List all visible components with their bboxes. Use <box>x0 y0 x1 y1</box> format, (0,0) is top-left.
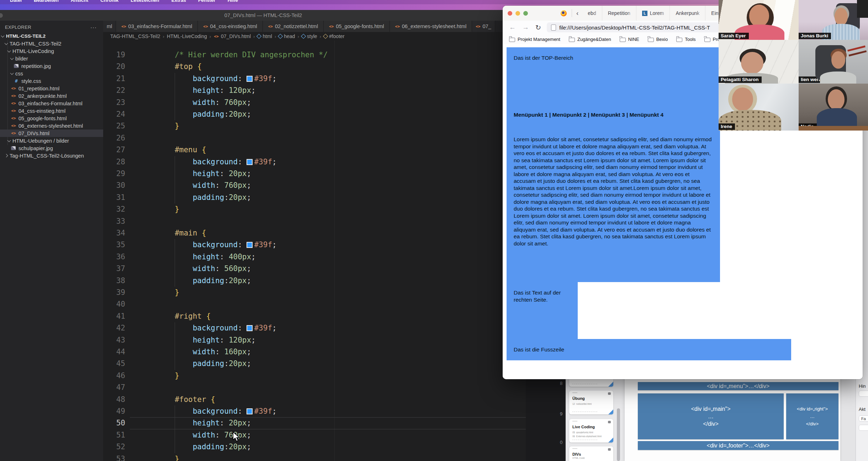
code-line-39[interactable]: 39 } <box>103 287 526 298</box>
webcam-tile-nadja[interactable]: Nadja <box>799 84 868 131</box>
sidebar-item-css[interactable]: css <box>0 70 103 77</box>
editor-tab-03-einfaches-Formular-html[interactable]: <>03_einfaches-Formular.html <box>116 21 198 32</box>
sidebar-item-html-livecoding[interactable]: HTML-LiveCoding <box>0 47 103 55</box>
minimize-button[interactable] <box>515 11 520 16</box>
sidebar-item-05-google-fonts-html[interactable]: <>05_google-fonts.html <box>0 115 103 122</box>
panel-field[interactable]: Fa <box>859 415 868 422</box>
code-line-26[interactable]: 26 <box>103 132 526 144</box>
reload-button[interactable]: ↻ <box>535 23 541 32</box>
code-line-48[interactable]: 48 #footer { <box>103 394 526 406</box>
code-line-51[interactable]: 51 width: 760px; <box>103 429 526 441</box>
code-editor[interactable]: 19 /* Hier werden DIV angesprochen */20 … <box>103 41 526 461</box>
sidebar-item-schulpapier-jpg[interactable]: schulpapier.jpg <box>0 144 103 152</box>
code-line-36[interactable]: 36 height: 400px; <box>103 251 526 263</box>
code-line-49[interactable]: 49 background: #39f; <box>103 406 526 417</box>
sidebar-item-html-uebungen-bilder[interactable]: HTML-Uebungen / bilder <box>0 137 103 144</box>
code-line-43[interactable]: 43 height: 120px; <box>103 334 526 346</box>
menu-item[interactable]: Ansicht <box>71 0 89 3</box>
browser-tab-ebd[interactable]: ebd <box>582 6 602 21</box>
tab-scroll-left-icon[interactable]: ‹ <box>576 9 578 17</box>
webcam-tile-jonas-burki[interactable]: Jonas Burki <box>799 0 868 40</box>
bookmark-nine[interactable]: NINE <box>620 37 639 42</box>
code-line-23[interactable]: 23 width: 760px; <box>103 97 526 108</box>
code-line-47[interactable]: 47 <box>103 382 526 393</box>
code-line-21[interactable]: 21 background: #39f; <box>103 73 526 85</box>
sidebar-item-repetition-jpg[interactable]: repetition.jpg <box>0 62 103 70</box>
editor-tab-06-externes-stylesheet-html[interactable]: <>06_externes-stylesheet.html <box>390 21 472 32</box>
menu-item[interactable]: Chronik <box>100 0 118 3</box>
code-line-35[interactable]: 35 background: #39f; <box>103 239 526 251</box>
webcam-tile-sarah-eyer[interactable]: Sarah Eyer <box>719 0 799 40</box>
code-line-22[interactable]: 22 height: 120px; <box>103 85 526 96</box>
code-line-33[interactable]: 33 <box>103 216 526 227</box>
code-line-40[interactable]: 40 <box>103 298 526 310</box>
menu-item[interactable]: Fenster <box>198 0 216 3</box>
bookmark-zug-nge-daten[interactable]: Zugänge&Daten <box>569 37 611 42</box>
sidebar-item-html-css-teil2[interactable]: HTML-CSS-TEIL2 <box>0 32 103 40</box>
code-line-34[interactable]: 34 #main { <box>103 227 526 239</box>
sidebar-item-bilder[interactable]: bilder <box>0 55 103 62</box>
code-line-46[interactable]: 46 } <box>103 370 526 382</box>
editor-tab-ml[interactable]: ml <box>103 21 116 32</box>
explorer-more-icon[interactable]: ··· <box>90 24 97 30</box>
editor-tab-04-css-einstieg-html[interactable]: <>04_css-einstieg.html <box>198 21 263 32</box>
bookmark-tools[interactable]: Tools <box>676 37 695 42</box>
code-line-20[interactable]: 20 #top { <box>103 61 526 73</box>
code-line-28[interactable]: 28 background: #39f; <box>103 156 526 168</box>
code-line-30[interactable]: 30 width: 760px; <box>103 180 526 191</box>
sidebar-item-02-ankerpunkte-html[interactable]: <>02_ankerpunkte.html <box>0 92 103 100</box>
bookmark-bexio[interactable]: Bexio <box>648 37 668 42</box>
browser-tab-repetition[interactable]: Repetition <box>602 6 636 21</box>
code-line-32[interactable]: 32 } <box>103 203 526 215</box>
editor-tab-02-notizzettel-html[interactable]: <>02_notizzettel.html <box>263 21 324 32</box>
code-line-25[interactable]: 25 } <box>103 120 526 132</box>
menu-item[interactable]: Extras <box>171 0 186 3</box>
slide-card--bung[interactable]: Übung12_notizzettel.html <box>569 391 613 414</box>
sidebar-item-03-einfaches-formular-html[interactable]: <>03_einfaches-Formular.html <box>0 100 103 107</box>
sidebar-item-04-css-einstieg-html[interactable]: <>04_css-einstieg.html <box>0 107 103 115</box>
sidebar-item-06-externes-stylesheet-html[interactable]: <>06_externes-stylesheet.html <box>0 122 103 129</box>
slide-card-live-coding[interactable]: Live Coding05_googlefonts.html06_Externe… <box>569 419 613 443</box>
code-line-44[interactable]: 44 width: 160px; <box>103 346 526 358</box>
code-line-37[interactable]: 37 width: 560px; <box>103 263 526 275</box>
menu-item[interactable]: Lesezeichen <box>131 0 159 3</box>
forward-button[interactable]: → <box>522 23 529 31</box>
editor-tab-07-[interactable]: <>07_ <box>472 21 495 32</box>
breadcrumb-item[interactable]: <>07_DIVs.html <box>213 33 251 39</box>
webcam-tile-irene[interactable]: Irene <box>719 84 799 131</box>
code-line-53[interactable]: 53 } <box>103 453 526 461</box>
code-line-50[interactable]: 50 height: 20px; <box>103 417 526 429</box>
code-line-31[interactable]: 31 padding:20px; <box>103 192 526 203</box>
code-line-27[interactable]: 27 #menu { <box>103 144 526 156</box>
menu-item[interactable]: Datei <box>10 0 22 3</box>
sidebar-item-style-css[interactable]: #style.css <box>0 77 103 85</box>
breadcrumb-item[interactable]: #footer <box>324 33 345 39</box>
menu-item[interactable]: Hilfe <box>228 0 238 3</box>
slide-card-divs[interactable]: DIVsHTML Code<div id=„...">…</div> <box>569 446 613 461</box>
webcam-tile-lien-wernli[interactable]: lien wernli <box>799 40 868 84</box>
panel-field[interactable] <box>859 391 868 397</box>
sidebar-item-tag-html-css-teil2-l-sungen[interactable]: Tag-HTML_CSS-Teil2-Lösungen <box>0 152 103 159</box>
bookmark-projekt-management[interactable]: Projekt Management <box>509 37 560 42</box>
panel-field[interactable] <box>859 425 868 431</box>
breadcrumb-item[interactable]: html <box>257 33 272 39</box>
breadcrumb-item[interactable]: TAG-HTML_CSS-Teil2 <box>110 33 160 39</box>
editor-tab-05-google-fonts-html[interactable]: <>05_google-fonts.html <box>324 21 390 32</box>
code-line-52[interactable]: 52 padding:20px; <box>103 441 526 453</box>
zoom-button[interactable] <box>523 11 528 16</box>
breadcrumb-item[interactable]: style <box>302 33 317 39</box>
close-button[interactable] <box>508 11 512 16</box>
breadcrumb-item[interactable]: head <box>279 33 295 39</box>
code-line-45[interactable]: 45 padding:20px; <box>103 358 526 370</box>
code-line-19[interactable]: 19 /* Hier werden DIV angesprochen */ <box>103 49 526 61</box>
browser-tab-lorem[interactable]: LLorem <box>636 6 670 21</box>
thumbnail-scrollbar[interactable] <box>617 408 620 461</box>
browser-tab-ankerpunk[interactable]: Ankerpunk <box>670 6 705 21</box>
breadcrumb-item[interactable]: HTML-LiveCoding <box>167 33 207 39</box>
code-line-42[interactable]: 42 background: #39f; <box>103 322 526 334</box>
code-line-24[interactable]: 24 padding:20px; <box>103 108 526 120</box>
webcam-tile-pelagatti-sharon[interactable]: Pelagatti Sharon <box>719 40 799 84</box>
sidebar-item-01-repetition-html[interactable]: <>01_repetition.html <box>0 85 103 92</box>
code-line-38[interactable]: 38 padding:20px; <box>103 275 526 287</box>
vscode-titlebar[interactable]: 07_DIVs.html — HTML-CSS-Teil2 <box>0 10 526 21</box>
